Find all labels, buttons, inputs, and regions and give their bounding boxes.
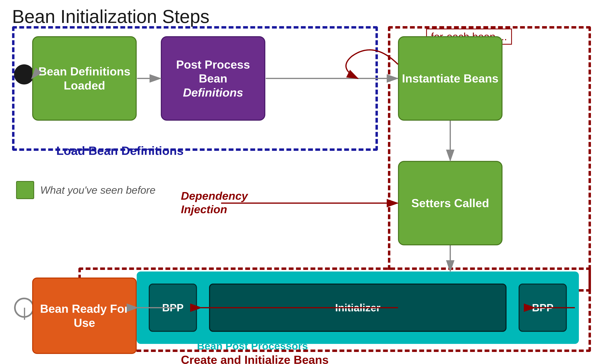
legend-square [16,181,34,199]
dependency-injection-label: DependencyInjection [181,189,248,216]
bean-definitions-loaded-node: Bean Definitions Loaded [32,36,137,121]
post-process-node: Post ProcessBeanDefinitions [161,36,265,121]
instantiate-beans-node: Instantiate Beans [398,36,502,121]
load-defs-label: Load Bean Definitions [56,144,184,158]
bean-ready-node: Bean Ready For Use [32,278,137,354]
page-title: Bean Initialization Steps [12,6,209,27]
legend: What you've seen before [16,181,156,199]
bpp-right-node: BPP [149,283,197,332]
setters-called-node: Setters Called [398,161,502,245]
end-circle [14,298,34,318]
bpp-label: Bean Post Processors [197,340,308,352]
start-circle [14,64,34,84]
legend-text: What you've seen before [40,184,156,196]
create-init-label: Create and Initialize Beans [181,353,329,364]
initializer-node: Initializer [209,283,507,332]
bpp-container: BPP Initializer BPP [137,271,579,344]
bpp-left-node: BPP [519,283,567,332]
